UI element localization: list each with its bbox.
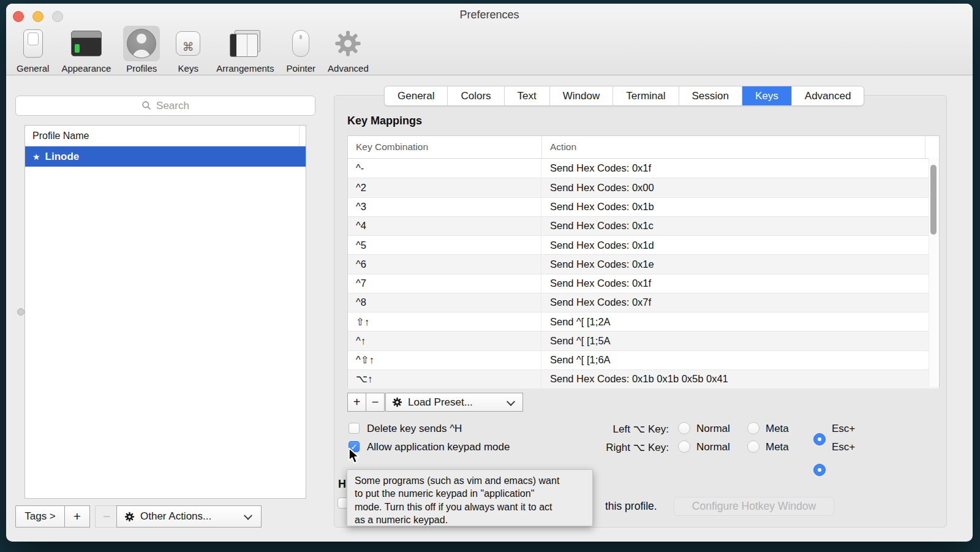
tab-window[interactable]: Window — [550, 86, 613, 105]
search-input[interactable]: Search — [15, 96, 315, 116]
window-title: Preferences — [6, 9, 973, 21]
hotkey-text: this profile. — [605, 500, 657, 513]
left-option-esc-radio[interactable] — [813, 433, 826, 445]
appearance-window-icon — [71, 31, 102, 56]
toggle-icon — [23, 29, 43, 58]
toolbar-item-general[interactable]: General — [11, 26, 55, 74]
toolbar-item-appearance[interactable]: Appearance — [56, 26, 116, 74]
table-header: Key Combination Action — [348, 136, 939, 159]
table-row[interactable]: ⇧↑Send ^[ [1;2A — [348, 312, 939, 331]
table-row[interactable]: ⌥↑Send Hex Codes: 0x1b 0x1b 0x5b 0x41 — [348, 369, 939, 388]
configure-hotkey-window-button[interactable]: Configure Hotkey Window — [674, 497, 834, 516]
scrollbar-thumb[interactable] — [930, 165, 937, 235]
mouse-cursor — [347, 447, 363, 466]
checkbox-label: Allow application keypad mode — [367, 441, 510, 453]
table-row[interactable]: ^4Send Hex Codes: 0x1c — [348, 216, 939, 235]
gear-icon — [334, 29, 362, 58]
radio-label: Esc+ — [832, 423, 855, 435]
toolbar-item-arrangements[interactable]: Arrangements — [211, 26, 279, 74]
left-option-meta-radio[interactable] — [747, 422, 760, 434]
tab-keys[interactable]: Keys — [742, 86, 792, 105]
table-row[interactable]: ^7Send Hex Codes: 0x1f — [348, 274, 939, 293]
toolbar-item-keys[interactable]: ⌘ Keys — [167, 26, 209, 74]
radio-label: Meta — [766, 423, 789, 435]
chevron-down-icon — [244, 512, 252, 520]
remove-key-mapping-button[interactable]: − — [366, 393, 385, 412]
hotkey-heading-partial: H — [338, 478, 346, 491]
table-row[interactable]: ^5Send Hex Codes: 0x1d — [348, 235, 939, 254]
command-key-icon: ⌘ — [176, 31, 200, 56]
table-body: ^-Send Hex Codes: 0x1f ^2Send Hex Codes:… — [348, 159, 939, 388]
table-row[interactable]: ^⇧↑Send ^[ [1;6A — [348, 350, 939, 369]
toolbar-item-profiles[interactable]: Profiles — [118, 26, 165, 74]
key-mappings-heading: Key Mappings — [347, 115, 422, 127]
chevron-down-icon — [507, 397, 515, 406]
profile-name-column-header[interactable]: Profile Name — [25, 126, 306, 146]
table-row[interactable]: ^3Send Hex Codes: 0x1b — [348, 197, 939, 216]
tab-session[interactable]: Session — [679, 86, 742, 105]
table-row[interactable]: ^↑Send ^[ [1;5A — [348, 331, 939, 350]
default-profile-star-icon: ★ — [32, 152, 40, 162]
tab-general[interactable]: General — [385, 86, 448, 105]
tab-advanced[interactable]: Advanced — [792, 86, 864, 105]
tab-text[interactable]: Text — [505, 86, 550, 105]
other-actions-dropdown[interactable]: Other Actions... — [116, 505, 262, 527]
person-icon — [127, 29, 156, 58]
profile-list: Profile Name ★ Linode — [24, 125, 306, 499]
toolbar-item-advanced[interactable]: Advanced — [322, 26, 374, 74]
load-preset-dropdown[interactable]: Load Preset... — [385, 393, 523, 412]
toolbar-item-pointer[interactable]: Pointer — [281, 26, 322, 74]
search-icon — [141, 100, 152, 111]
profile-tabs: General Colors Text Window Terminal Sess… — [384, 86, 864, 106]
tab-terminal[interactable]: Terminal — [613, 86, 679, 105]
splitter-knob[interactable] — [17, 308, 24, 316]
tags-button[interactable]: Tags > — [15, 505, 65, 527]
gear-icon — [124, 512, 135, 522]
left-option-key-label: Left ⌥ Key: — [577, 423, 669, 436]
profile-name: Linode — [45, 151, 80, 163]
profile-row-linode[interactable]: ★ Linode — [25, 146, 306, 167]
checkbox-label: Delete key sends ^H — [367, 423, 462, 435]
right-option-normal-radio[interactable] — [678, 440, 690, 453]
radio-label: Normal — [696, 441, 730, 453]
right-option-key-label: Right ⌥ Key: — [577, 441, 669, 454]
add-key-mapping-button[interactable]: + — [347, 393, 366, 412]
key-mappings-table: Key Combination Action ^-Send Hex Codes:… — [347, 135, 940, 387]
left-option-normal-radio[interactable] — [678, 422, 690, 434]
table-row[interactable]: ^-Send Hex Codes: 0x1f — [348, 159, 939, 178]
right-option-meta-radio[interactable] — [747, 440, 760, 453]
radio-label: Meta — [766, 441, 789, 453]
table-row[interactable]: ^6Send Hex Codes: 0x1e — [348, 254, 939, 273]
search-placeholder: Search — [156, 100, 189, 112]
preferences-toolbar: General Appearance Profiles ⌘ Keys Arran… — [11, 26, 374, 74]
column-header-key-combination[interactable]: Key Combination — [356, 142, 428, 153]
table-row[interactable]: ^2Send Hex Codes: 0x00 — [348, 178, 939, 197]
remove-profile-button[interactable]: − — [95, 505, 118, 527]
windows-icon — [230, 30, 260, 57]
keypad-mode-tooltip: Some programs (such as vim and emacs) wa… — [347, 469, 593, 526]
column-header-action[interactable]: Action — [550, 142, 576, 153]
delete-key-sends-checkbox[interactable] — [349, 423, 360, 434]
right-option-esc-radio[interactable] — [813, 464, 826, 476]
table-row[interactable]: ^8Send Hex Codes: 0x7f — [348, 293, 939, 312]
gear-icon — [392, 397, 402, 407]
desktop: Preferences General Appearance Profiles … — [0, 0, 980, 552]
add-profile-button[interactable]: + — [64, 505, 90, 527]
radio-label: Normal — [696, 423, 730, 435]
radio-label: Esc+ — [832, 441, 855, 453]
mouse-icon — [292, 30, 309, 57]
tab-colors[interactable]: Colors — [448, 86, 504, 105]
vertical-scrollbar[interactable] — [929, 158, 939, 387]
